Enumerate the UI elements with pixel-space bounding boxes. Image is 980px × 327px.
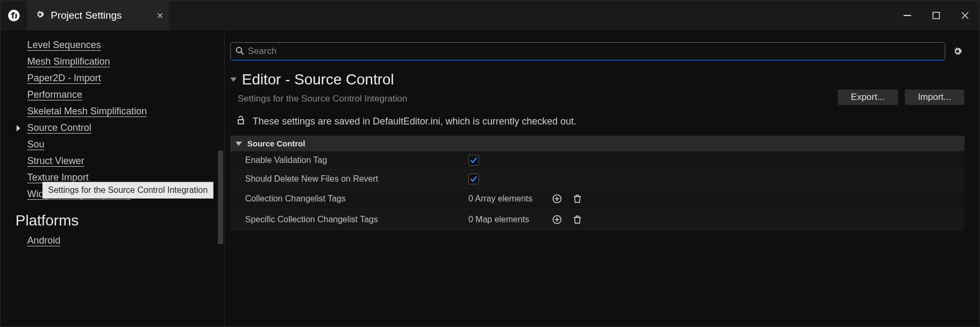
page-subtitle: Settings for the Source Control Integrat… (230, 94, 837, 104)
settings-gear-button[interactable] (951, 44, 965, 58)
clear-elements-button[interactable] (571, 192, 584, 205)
tab-title: Project Settings (51, 10, 122, 21)
sidebar-item-performance[interactable]: Performance (1, 87, 224, 103)
sidebar: Level Sequences Mesh Simplification Pape… (1, 30, 225, 326)
save-note: These settings are saved in DefaultEdito… (230, 115, 965, 128)
checkbox-enable-validation-tag[interactable] (468, 155, 479, 166)
add-element-button[interactable] (551, 213, 563, 226)
search-input[interactable] (245, 46, 940, 57)
prop-row-should-delete-new-files: Should Delete New Files on Revert (230, 170, 965, 189)
svg-rect-1 (933, 12, 939, 19)
sidebar-item-level-sequences[interactable]: Level Sequences (1, 37, 224, 53)
maximize-button[interactable] (922, 5, 951, 26)
tooltip: Settings for the Source Control Integrat… (42, 182, 214, 199)
page-title: Editor - Source Control (242, 71, 394, 88)
sidebar-item-mesh-simplification[interactable]: Mesh Simplification (1, 53, 224, 70)
sidebar-item-struct-viewer[interactable]: Struct Viewer (1, 153, 224, 169)
section-header-source-control[interactable]: Source Control (230, 136, 965, 151)
svg-point-4 (237, 47, 242, 52)
prop-row-enable-validation-tag: Enable Validation Tag (230, 151, 965, 170)
sidebar-item-skeletal-mesh-simplification[interactable]: Skeletal Mesh Simplification (1, 103, 224, 120)
add-element-button[interactable] (551, 192, 563, 205)
import-button[interactable]: Import... (905, 89, 965, 105)
sidebar-scrollbar[interactable] (218, 36, 223, 321)
sidebar-item-source-control[interactable]: Source Control (1, 120, 224, 136)
close-window-button[interactable] (951, 5, 979, 26)
property-table: Enable Validation Tag Should Delete New … (230, 151, 965, 230)
window-controls (893, 1, 979, 30)
settings-icon (35, 9, 45, 22)
search-icon (235, 46, 245, 57)
sidebar-item-paper2d-import[interactable]: Paper2D - Import (1, 70, 224, 87)
svg-rect-0 (904, 15, 911, 16)
sidebar-section-platforms: Platforms (1, 203, 224, 232)
clear-elements-button[interactable] (571, 213, 584, 226)
search-box[interactable] (230, 42, 945, 60)
sidebar-scrollbar-thumb[interactable] (218, 151, 223, 244)
titlebar: Project Settings ✕ (1, 1, 979, 30)
sidebar-item-truncated[interactable]: Sou (1, 136, 224, 153)
close-icon[interactable]: ✕ (156, 11, 163, 21)
unlock-icon (236, 115, 246, 128)
chevron-down-icon[interactable] (230, 77, 237, 82)
checkbox-should-delete-new-files[interactable] (468, 174, 479, 184)
prop-row-specific-collection-changelist-tags: Specific Collection Changelist Tags 0 Ma… (230, 209, 965, 230)
svg-line-5 (241, 52, 244, 54)
minimize-button[interactable] (893, 5, 922, 26)
prop-row-collection-changelist-tags: Collection Changelist Tags 0 Array eleme… (230, 189, 965, 209)
unreal-logo (1, 1, 27, 30)
chevron-down-icon[interactable] (236, 142, 242, 146)
sidebar-item-android[interactable]: Android (1, 232, 224, 249)
main-panel: Editor - Source Control Settings for the… (225, 30, 979, 326)
tab-project-settings[interactable]: Project Settings ✕ (27, 1, 169, 30)
export-button[interactable]: Export... (837, 89, 898, 105)
